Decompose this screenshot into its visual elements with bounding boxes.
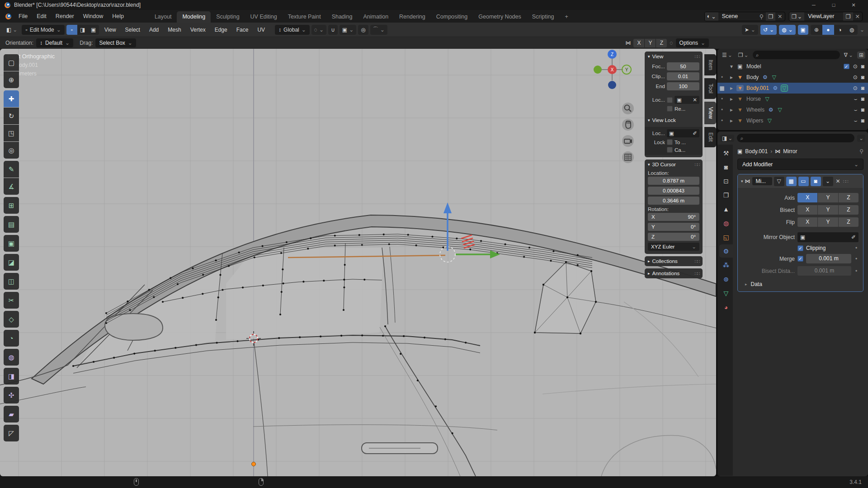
tool-extrude-region[interactable]: ▤ — [4, 216, 19, 233]
show-in-render-toggle[interactable]: ◙ — [811, 177, 821, 186]
properties-tab-render[interactable]: ◙ — [719, 160, 733, 174]
lock-to-3d-cursor-checkbox[interactable] — [667, 139, 673, 145]
axis-z-toggle[interactable]: Z — [839, 193, 859, 202]
bisect-distance-field[interactable]: 0.001 m — [797, 266, 851, 276]
tool-bevel[interactable]: ◪ — [4, 254, 19, 271]
workspace-tab-texture-paint[interactable]: Texture Paint — [283, 11, 326, 23]
workspace-tab-rendering[interactable]: Rendering — [394, 11, 431, 23]
options-dropdown[interactable]: Options ⌄ — [676, 38, 709, 47]
new-scene-button[interactable]: ❐ — [766, 12, 775, 21]
outliner-filter-mode-dropdown[interactable]: ❐⌄ — [736, 52, 750, 59]
workspace-tab-uv-editing[interactable]: UV Editing — [245, 11, 283, 23]
zoom-button[interactable] — [622, 103, 634, 114]
menu-add[interactable]: Add — [146, 25, 162, 35]
falloff-dropdown[interactable]: ⌒⌄ — [370, 25, 387, 35]
render-visibility-icon[interactable]: ◙ — [861, 85, 864, 91]
view-layer-name[interactable]: ViewLayer — [804, 13, 843, 19]
tool-knife[interactable]: ✂ — [4, 292, 19, 309]
sidebar-tab-view[interactable]: View — [704, 102, 716, 124]
annotations-header[interactable]: ▸ Annotations ∷∷ — [645, 268, 703, 278]
outliner-row-wheels[interactable]: • ▸ ▼ Wheels ⚙ ▽ ⌣ ◙ — [717, 104, 868, 115]
axis-y-toggle[interactable]: Y — [818, 193, 838, 202]
menu-render[interactable]: Render — [51, 12, 79, 21]
tool-shear[interactable]: ▰ — [4, 406, 19, 422]
clip-start-field[interactable]: 0.01 — [667, 72, 699, 80]
view-layer-icon[interactable]: ❐⌄ — [789, 12, 805, 21]
delete-scene-button[interactable]: ✕ — [775, 13, 784, 20]
animate-dot[interactable]: • — [854, 268, 859, 274]
outliner-row-body-001[interactable]: ▦ ▸ ▼ Body.001 ⚙ ▽ ⊙ ◙ — [717, 83, 868, 94]
xray-toggle[interactable]: ▣ — [798, 25, 808, 35]
breadcrumb-modifier[interactable]: Mirror — [783, 148, 797, 155]
menu-vertex[interactable]: Vertex — [187, 25, 209, 35]
view-lock-header[interactable]: ▾ View Lock — [645, 115, 703, 125]
object-name[interactable]: Horse — [746, 96, 761, 102]
proportional-editing-toggle[interactable]: ◎ — [358, 25, 368, 35]
workspace-tab-scripting[interactable]: Scripting — [527, 11, 560, 23]
pivot-point-dropdown[interactable]: ◌⌄ — [311, 25, 326, 35]
sidebar-tab-edit[interactable]: Edit — [704, 127, 716, 147]
new-collection-button[interactable]: ⊞ — [857, 52, 865, 59]
render-visibility-icon[interactable]: ◙ — [861, 63, 864, 70]
flip-y-toggle[interactable]: Y — [818, 217, 838, 227]
animate-dot[interactable]: • — [854, 245, 859, 251]
menu-file[interactable]: File — [14, 12, 32, 21]
properties-filter-dropdown[interactable]: ⌄ — [857, 135, 865, 142]
delete-modifier-button[interactable]: ✕ — [835, 178, 841, 184]
hide-icon[interactable]: ⊙ — [853, 85, 858, 91]
hide-icon[interactable]: ⊙ — [853, 74, 858, 80]
flip-x-toggle[interactable]: X — [797, 217, 817, 227]
cursor-rotation-y-field[interactable]: Y0° — [648, 223, 699, 231]
visibility-dropdown[interactable]: ➤⌄ — [742, 25, 758, 35]
snap-base-icon[interactable]: ◌ — [670, 40, 673, 46]
tool-scale[interactable]: ◳ — [4, 125, 19, 141]
breadcrumb-object[interactable]: Body.001 — [745, 148, 768, 155]
snap-target-dropdown[interactable]: ▣⌄ — [340, 25, 356, 35]
outliner-search-input[interactable]: ⌕ — [753, 51, 840, 59]
hide-icon-closed[interactable]: ⌣ — [854, 96, 858, 102]
shading-solid-button[interactable]: ● — [822, 25, 834, 35]
editor-type-button[interactable]: ◧⌄ — [4, 25, 20, 34]
view-panel-header[interactable]: ▾ View ∷∷ — [645, 52, 703, 61]
properties-tab-output[interactable]: ⊡ — [719, 174, 733, 188]
expand-icon[interactable]: ▾ — [728, 63, 735, 70]
tool-shrink-fatten[interactable]: ✣ — [4, 387, 19, 404]
workspace-tab-animation[interactable]: Animation — [358, 11, 394, 23]
properties-tab-object[interactable]: ◱ — [719, 230, 733, 244]
gizmos-toggle[interactable]: ↺⌄ — [760, 25, 777, 35]
grid-ortho-button[interactable] — [622, 151, 634, 163]
navigation-gizmo[interactable]: X Y Z — [591, 49, 633, 90]
lock-camera-checkbox[interactable] — [667, 147, 673, 153]
sidebar-tab-item[interactable]: Item — [704, 54, 716, 75]
lock-object-field[interactable]: ▣✐ — [667, 129, 699, 137]
bisect-y-toggle[interactable]: Y — [818, 205, 838, 215]
sidebar-tab-tool[interactable]: Tool — [704, 78, 716, 99]
mirror-x-button[interactable]: X — [633, 39, 644, 47]
tool-select-box[interactable]: ▢ — [4, 54, 19, 71]
show-on-cage-toggle[interactable]: ▽ — [774, 177, 784, 186]
menu-edge[interactable]: Edge — [211, 25, 231, 35]
render-visibility-icon[interactable]: ◙ — [861, 117, 864, 124]
local-camera-object-field[interactable]: ▣✕ — [675, 96, 699, 104]
workspace-tab-sculpting[interactable]: Sculpting — [211, 11, 245, 23]
properties-tab-material[interactable]: ◕ — [719, 300, 733, 314]
3d-viewport[interactable]: Right Orthographic (0) Body.001 Centimet… — [0, 49, 716, 476]
workspace-tab-layout[interactable]: Layout — [149, 11, 177, 23]
properties-tab-object-data[interactable]: ▽ — [719, 286, 733, 300]
tool-inset-faces[interactable]: ▣ — [4, 235, 19, 252]
add-workspace-button[interactable]: + — [559, 11, 573, 23]
merge-threshold-field[interactable]: 0.001 m — [806, 254, 851, 263]
focal-length-field[interactable]: 50 — [667, 62, 699, 70]
bisect-z-toggle[interactable]: Z — [839, 205, 859, 215]
render-region-checkbox[interactable] — [667, 106, 673, 112]
camera-view-button[interactable] — [622, 135, 634, 147]
tool-loop-cut[interactable]: ◫ — [4, 273, 19, 290]
tool-spin[interactable]: ◔ — [4, 330, 19, 347]
show-in-viewport-toggle[interactable]: ▭ — [798, 177, 809, 186]
clipping-checkbox[interactable]: ✓ — [797, 245, 803, 251]
modifier-extras-dropdown[interactable]: ⌄ — [823, 177, 833, 186]
modifier-name-field[interactable]: Mi... — [752, 177, 772, 185]
shading-rendered-button[interactable]: ◍ — [846, 25, 858, 35]
workspace-tab-geometry-nodes[interactable]: Geometry Nodes — [473, 11, 526, 23]
viewport-scene[interactable] — [0, 49, 716, 476]
